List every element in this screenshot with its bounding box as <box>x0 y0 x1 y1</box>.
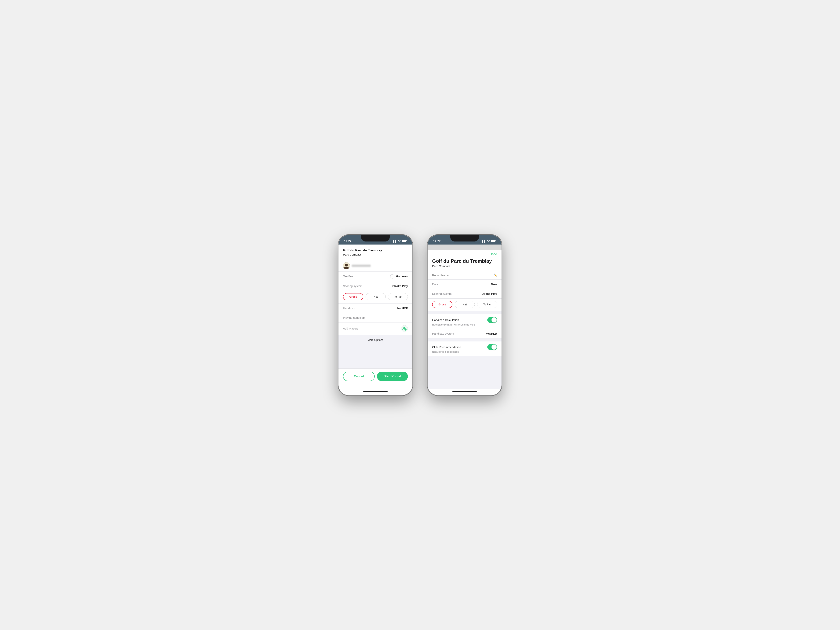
toggle-knob-2 <box>491 345 497 350</box>
more-options-link[interactable]: More Options <box>368 339 384 342</box>
phone-2: 12:27 ▌▌ <box>428 235 502 395</box>
round-name-input[interactable] <box>432 274 493 277</box>
scoring-value-1: Stroke Play <box>392 284 408 288</box>
handicap-system-value: WORLD <box>486 332 497 335</box>
home-indicator-2 <box>428 389 502 395</box>
modal-overlay <box>428 245 502 250</box>
svg-rect-10 <box>496 241 496 241</box>
status-time-2: 12:27 <box>433 239 441 243</box>
net-btn-2[interactable]: Net <box>455 301 475 308</box>
club-rec-toggle[interactable] <box>487 344 497 350</box>
course-title-2: Golf du Parc du Tremblay <box>432 258 497 264</box>
scoring-label-2: Scoring system <box>432 292 452 295</box>
scoring-system-row-2[interactable]: Scoring system Stroke Play <box>428 289 502 299</box>
notch-1 <box>361 235 390 242</box>
round-name-row[interactable]: ✏️ <box>428 271 502 280</box>
tee-box-row[interactable]: Tee Box Hommes <box>338 272 412 281</box>
club-rec-sub: Not allowed in competition <box>432 351 497 353</box>
avatar-1 <box>343 262 350 269</box>
battery-icon-2 <box>491 240 496 243</box>
phone-2-screen: 12:27 ▌▌ <box>428 235 502 395</box>
page-container: 12:27 ▌▌ <box>338 235 502 395</box>
handicap-calc-row[interactable]: Handicap Calculation Handicap calculatio… <box>428 314 502 329</box>
playing-handicap-label: Playing handicap - <box>343 316 366 319</box>
add-player-button[interactable] <box>401 325 408 332</box>
scoring-label-1: Scoring system <box>343 284 363 288</box>
more-options-section: More Options <box>338 335 412 345</box>
net-btn-1[interactable]: Net <box>366 293 385 300</box>
home-bar-2 <box>452 391 477 392</box>
tee-box-value-group: Hommes <box>390 274 408 279</box>
add-player-icon <box>403 326 407 331</box>
battery-icon-1 <box>402 240 407 243</box>
status-bar-1: 12:27 ▌▌ <box>338 235 412 245</box>
section-gap-2 <box>428 339 502 342</box>
home-indicator-1 <box>338 389 412 395</box>
scoring-value-2: Stroke Play <box>482 292 497 295</box>
playing-handicap-row: Playing handicap - <box>338 313 412 323</box>
tee-box-label: Tee Box <box>343 275 353 278</box>
handicap-label-1: Handicap <box>343 307 355 310</box>
to-par-btn-2[interactable]: To Par <box>477 301 497 308</box>
home-bar-1 <box>363 391 388 392</box>
club-rec-row[interactable]: Club Recommendation Not allowed in compe… <box>428 342 502 356</box>
screen-content-2: Done Golf du Parc du Tremblay Parc Compa… <box>428 250 502 389</box>
start-round-button[interactable]: Start Round <box>377 372 408 381</box>
date-row[interactable]: Date Now <box>428 280 502 289</box>
cancel-button[interactable]: Cancel <box>343 372 375 381</box>
handicap-system-row[interactable]: Handicap system WORLD <box>428 329 502 339</box>
status-icons-2: ▌▌ <box>482 240 496 243</box>
spacer-2 <box>428 356 502 389</box>
handicap-calc-sub: Handicap calculation will include this r… <box>432 323 497 326</box>
club-rec-label: Club Recommendation <box>432 345 461 349</box>
add-players-label: Add Players <box>343 327 358 330</box>
handicap-system-label: Handicap system <box>432 332 454 335</box>
scoring-system-row-1[interactable]: Scoring system Stroke Play <box>338 281 412 291</box>
date-label: Date <box>432 283 438 286</box>
svg-rect-9 <box>491 240 495 242</box>
done-row: Done <box>428 250 502 257</box>
phone-1: 12:27 ▌▌ <box>338 235 412 395</box>
handicap-calc-top: Handicap Calculation <box>432 317 497 323</box>
avatar-icon-1 <box>343 262 350 269</box>
course-header-2: Golf du Parc du Tremblay Parc Compact <box>428 257 502 271</box>
gross-btn-1[interactable]: Gross <box>343 293 363 300</box>
spacer-1 <box>338 345 412 369</box>
tee-box-radio[interactable] <box>390 274 395 279</box>
svg-rect-0 <box>402 240 406 242</box>
svg-rect-1 <box>406 241 407 241</box>
svg-point-3 <box>345 264 348 266</box>
course-title-1: Golf du Parc du Tremblay <box>343 249 408 252</box>
course-header-1: Golf du Parc du Tremblay Parc Compact <box>338 245 412 260</box>
handicap-calc-toggle[interactable] <box>487 317 497 323</box>
status-time-1: 12:27 <box>344 239 351 243</box>
section-gap-1 <box>428 311 502 314</box>
user-row-1 <box>338 260 412 272</box>
score-buttons-1: Gross Net To Par <box>338 291 412 304</box>
score-buttons-2: Gross Net To Par <box>428 299 502 311</box>
handicap-row-1[interactable]: Handicap No HCP <box>338 304 412 313</box>
status-bar-2: 12:27 ▌▌ <box>428 235 502 245</box>
done-button[interactable]: Done <box>490 252 497 256</box>
bottom-buttons-1: Cancel Start Round <box>338 369 412 389</box>
screen-content-1: Golf du Parc du Tremblay Parc Compact <box>338 245 412 389</box>
club-rec-top: Club Recommendation <box>432 344 497 350</box>
signal-icon-1: ▌▌ <box>393 240 397 242</box>
course-subtitle-1: Parc Compact <box>343 253 408 256</box>
wifi-icon-1 <box>398 240 401 242</box>
toggle-knob-1 <box>491 317 497 323</box>
notch-2 <box>450 235 479 242</box>
to-par-btn-1[interactable]: To Par <box>388 293 408 300</box>
handicap-value-1: No HCP <box>397 307 408 310</box>
user-name-1 <box>352 264 371 267</box>
add-players-row: Add Players <box>338 323 412 335</box>
handicap-calc-label: Handicap Calculation <box>432 318 459 321</box>
pencil-icon: ✏️ <box>494 274 497 277</box>
date-value: Now <box>491 283 497 286</box>
wifi-icon-2 <box>487 240 490 242</box>
course-subtitle-2: Parc Compact <box>432 264 497 268</box>
signal-icon-2: ▌▌ <box>482 240 486 242</box>
status-icons-1: ▌▌ <box>393 240 407 243</box>
phone-1-screen: 12:27 ▌▌ <box>338 235 412 395</box>
gross-btn-2[interactable]: Gross <box>432 301 452 308</box>
